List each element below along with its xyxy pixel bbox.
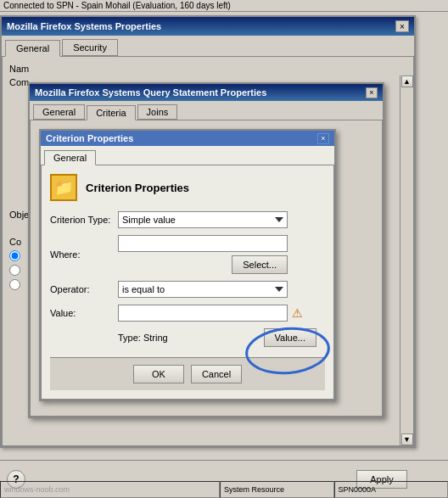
criterion-type-label: Criterion Type: (50, 215, 118, 225)
main-window-background: Connected to SPN - Spain Mohail (Evaluat… (0, 0, 448, 498)
watermark-text: windows-noob.com (4, 485, 70, 494)
radio-row-1 (9, 250, 29, 261)
criterion-type-field: Simple value (118, 211, 325, 228)
criterion-props-content: 📁 Criterion Properties Criterion Type: S… (41, 165, 334, 400)
radio-row-2 (9, 265, 29, 276)
bottom-area: ? Apply windows-noob.com System Resource… (0, 460, 448, 498)
status-bar: windows-noob.com System Resource SPN0000… (0, 481, 448, 498)
radio-3[interactable] (9, 279, 20, 290)
warning-icon: ⚠ (292, 306, 303, 320)
value-label: Value: (50, 308, 118, 318)
main-close-button[interactable]: × (395, 20, 409, 32)
operator-select[interactable]: is equal to (118, 281, 288, 298)
main-title-text: Mozilla Firefox Systems Properties (7, 21, 161, 31)
status-spn: SPN0000A (334, 481, 449, 498)
cancel-button[interactable]: Cancel (191, 365, 242, 383)
value-input-container: ⚠ (118, 305, 288, 322)
criterion-properties-dialog: Criterion Properties × General (39, 129, 336, 401)
scroll-up-btn[interactable]: ▲ (401, 76, 413, 87)
query-dialog-title-bar: Mozilla Firefox Systems Query Statement … (30, 84, 383, 101)
query-dialog-content: Criterion Properties × General (30, 120, 383, 417)
value-input[interactable] (118, 305, 288, 322)
value-button[interactable]: Value... (264, 328, 317, 347)
criterion-dialog-buttons: OK Cancel (50, 357, 325, 390)
radio-2[interactable] (9, 265, 20, 276)
nam-label: Nam (9, 64, 52, 74)
criterion-props-title: Criterion Properties (86, 182, 189, 194)
connection-text: Connected to SPN - Spain Mohail (Evaluat… (3, 1, 231, 10)
main-title-bar: Mozilla Firefox Systems Properties × (2, 17, 414, 36)
operator-field: is equal to (118, 281, 325, 298)
where-label: Where: (50, 249, 118, 260)
operator-label: Operator: (50, 284, 118, 294)
main-tab-bar: General Security (2, 36, 414, 56)
query-statement-dialog: Mozilla Firefox Systems Query Statement … (28, 82, 384, 418)
query-tab-joins[interactable]: Joins (137, 104, 178, 120)
main-tab-content: Nam Com ▲ ▼ Obje Co (2, 56, 414, 446)
radio-row-3 (9, 279, 29, 290)
scroll-down-btn[interactable]: ▼ (401, 434, 413, 445)
status-system: System Resource (220, 481, 334, 498)
where-input[interactable]: Software Files - File Name (118, 235, 288, 252)
main-scrollbar[interactable]: ▲ ▼ (400, 76, 413, 445)
radio-1[interactable] (9, 250, 20, 261)
query-tab-criteria[interactable]: Criteria (87, 105, 135, 120)
status-text-1: System Resource (224, 485, 284, 494)
criterion-type-row: Criterion Type: Simple value (50, 211, 325, 228)
criterion-inner-tab-bar: General (41, 146, 334, 165)
criterion-inner-title-text: Criterion Properties (46, 133, 133, 143)
criterion-props-header: 📁 Criterion Properties (50, 174, 325, 201)
where-input-group: Software Files - File Name Select... (118, 235, 288, 274)
watermark-area: windows-noob.com (0, 481, 220, 498)
tab-security[interactable]: Security (62, 39, 118, 56)
criterion-inner-title-bar: Criterion Properties × (41, 131, 334, 146)
criterion-icon: 📁 (50, 174, 77, 201)
value-field: ⚠ (118, 305, 325, 322)
query-close-button[interactable]: × (366, 87, 378, 98)
connection-bar: Connected to SPN - Spain Mohail (Evaluat… (0, 0, 448, 12)
type-value-row: Type: String Value... (50, 328, 325, 347)
nam-row: Nam (9, 64, 406, 74)
where-field: Software Files - File Name Select... (118, 235, 325, 274)
main-properties-window: Mozilla Firefox Systems Properties × Gen… (0, 15, 416, 448)
criterion-close-button[interactable]: × (317, 133, 329, 144)
query-dialog-tab-bar: General Criteria Joins (30, 101, 383, 120)
select-btn-row: Select... (118, 255, 288, 274)
ok-button[interactable]: OK (133, 365, 184, 383)
criterion-type-select[interactable]: Simple value (118, 211, 288, 228)
tab-general[interactable]: General (5, 40, 60, 57)
query-dialog-title-text: Mozilla Firefox Systems Query Statement … (35, 87, 266, 98)
radio-area: Obje Co (9, 210, 29, 294)
criterion-tab-general[interactable]: General (44, 150, 96, 165)
scroll-track (401, 87, 413, 434)
object-label: Obje (9, 210, 29, 220)
query-tab-general[interactable]: General (33, 104, 85, 120)
value-row: Value: ⚠ (50, 305, 325, 322)
type-string-text: Type: String (118, 333, 168, 343)
select-button[interactable]: Select... (232, 255, 288, 274)
status-text-2: SPN0000A (339, 485, 377, 494)
where-row: Where: Software Files - File Name Select… (50, 235, 325, 274)
operator-row: Operator: is equal to (50, 281, 325, 298)
co-label: Co (9, 237, 29, 247)
